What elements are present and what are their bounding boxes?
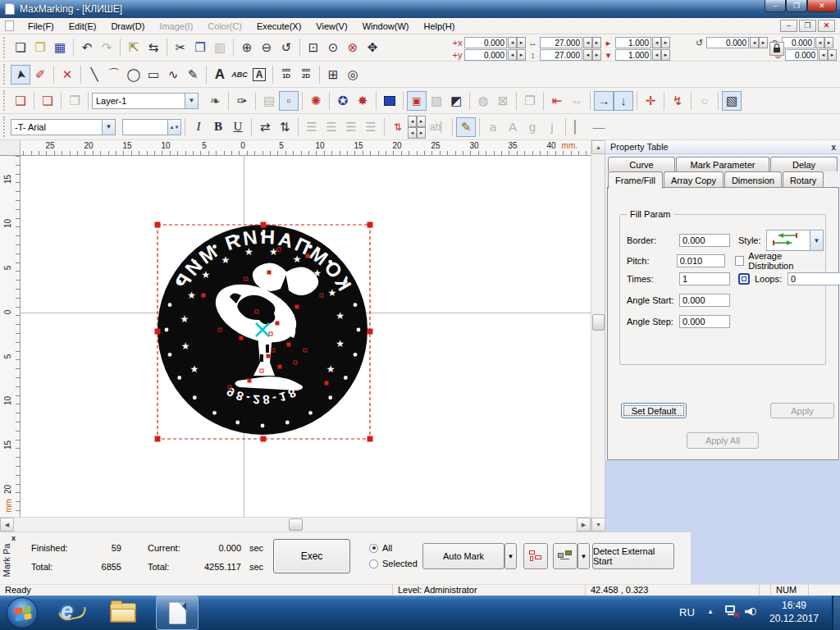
angle-step-field[interactable]: 0.000 [679, 315, 730, 328]
underline-icon[interactable]: U [228, 117, 248, 137]
mark-panel-close-icon[interactable]: x [11, 534, 16, 542]
toolbar-grip[interactable] [3, 64, 8, 84]
property-panel-close-icon[interactable]: x [831, 143, 836, 152]
offset-y-spin-down[interactable]: ◂ [819, 49, 828, 61]
snap-corner-icon[interactable]: ◩ [446, 91, 466, 111]
laser-dot-icon[interactable]: ✺ [306, 91, 326, 111]
delete-layer-icon[interactable]: ❏ [38, 91, 57, 111]
spline-tool-icon[interactable]: ∿ [163, 65, 183, 84]
frame-select-icon[interactable]: ▫ [279, 91, 299, 111]
height-field[interactable]: 27.000 [540, 49, 582, 61]
tab-dimension[interactable]: Dimension [724, 171, 782, 188]
menu-window[interactable]: Window(W) [355, 20, 417, 33]
mdi-restore-button[interactable]: ❐ [799, 20, 816, 32]
doc-swap-icon[interactable]: ⇆ [144, 38, 163, 57]
tab-curve[interactable]: Curve [608, 157, 675, 171]
radio-all[interactable]: All [369, 543, 392, 553]
scroll-left-button[interactable]: ◀ [0, 518, 14, 532]
nudge-left-bottom[interactable]: ◂ [408, 127, 417, 139]
pos-x-spin-down[interactable]: ◂ [508, 37, 517, 48]
delete-node-tool-icon[interactable]: ✕ [57, 65, 77, 84]
node-edit-tool-icon[interactable]: ✐ [30, 65, 50, 84]
exec-button[interactable]: Exec [273, 539, 350, 573]
scroll-right-button[interactable]: ▶ [577, 518, 591, 532]
bold-icon[interactable]: B [208, 117, 228, 137]
tab-array-copy[interactable]: Array Copy [664, 171, 724, 188]
char-space-icon[interactable]: ⇅ [388, 117, 408, 137]
drawing-canvas[interactable]: КОМПАНИЯ МИР 98-28-18 ★★★★★★★★★★★★★★ [21, 156, 591, 517]
radio-selected-dot[interactable] [369, 559, 378, 568]
network-tray-icon[interactable]: ✕ [724, 605, 737, 618]
scale-y-spin-down[interactable]: ◂ [652, 49, 661, 61]
menu-help[interactable]: Help(H) [416, 20, 462, 33]
maximize-button[interactable]: ❐ [786, 0, 807, 12]
font-dropdown-button[interactable]: ▼ [102, 120, 115, 135]
zoom-window-icon[interactable]: ⊡ [304, 38, 323, 57]
zoom-in-icon[interactable]: ⊕ [237, 38, 257, 57]
array-tool-icon[interactable]: ⊞ [323, 65, 343, 84]
lock-ratio-button[interactable] [769, 42, 784, 56]
width-spin-down[interactable]: ◂ [583, 37, 592, 48]
cut-icon[interactable]: ✂ [171, 38, 190, 57]
pitch-field[interactable]: 0.010 [677, 254, 725, 267]
pos-y-field[interactable]: 0.000 [464, 49, 507, 61]
center-target-icon[interactable]: ✛ [641, 91, 660, 111]
vertical-scrollbar[interactable]: ▲ ▼ [591, 140, 605, 532]
line-tool-icon[interactable]: ╲ [84, 65, 104, 84]
offset-y-spin-up[interactable]: ▸ [828, 49, 837, 61]
menu-file[interactable]: File(F) [21, 20, 62, 33]
tab-mark-parameter[interactable]: Mark Parameter [676, 157, 769, 171]
scale-y-spin-up[interactable]: ▸ [661, 49, 670, 61]
rectangle-tool-icon[interactable]: ▭ [144, 65, 163, 84]
stamp-object[interactable]: КОМПАНИЯ МИР 98-28-18 ★★★★★★★★★★★★★★ [131, 197, 402, 468]
import-icon[interactable]: ⇱ [124, 38, 144, 57]
angle-start-field[interactable]: 0.000 [679, 294, 730, 307]
radio-selected[interactable]: Selected [369, 559, 418, 568]
clock[interactable]: 16:49 20.12.2017 [768, 599, 820, 625]
preview-eye-icon[interactable]: ✪ [333, 91, 353, 111]
internet-explorer-icon[interactable]: e [61, 599, 73, 624]
nudge-right-bottom[interactable]: ▸ [417, 127, 426, 139]
tab-delay[interactable]: Delay [770, 157, 838, 171]
scale-y-field[interactable]: 1.000 [615, 49, 651, 61]
barcode-2d-tool-icon[interactable]: 2D [296, 65, 316, 84]
title-bar[interactable]: MaxMarking - [КЛИШЕ] – ❐ ✕ [0, 0, 840, 18]
text-tool-icon[interactable]: A [210, 65, 230, 84]
new-layer-icon[interactable]: ❏ [11, 91, 30, 111]
zoom-all-icon[interactable]: ⊗ [343, 38, 363, 57]
nudge-pad[interactable]: ◂▸◂▸ [408, 116, 429, 139]
layer-combobox[interactable]: Layer-1 ▼ [92, 93, 199, 109]
barcode-1d-tool-icon[interactable]: 1D [276, 65, 296, 84]
width-spin-up[interactable]: ▸ [592, 37, 601, 48]
hatch-fill-icon[interactable]: ❧ [205, 91, 225, 111]
font-size-spinner[interactable]: ▲▼ [122, 119, 181, 135]
hatch-pen-icon[interactable]: ✑ [232, 91, 252, 111]
offset-x-field[interactable]: 0.000 [782, 37, 815, 48]
horizontal-scrollbar[interactable]: ◀ ▶ [0, 517, 591, 532]
scale-x-field[interactable]: 1.000 [615, 37, 651, 48]
tray-expand-icon[interactable]: ▲ [707, 608, 714, 615]
pos-y-spin-down[interactable]: ◂ [508, 49, 517, 61]
explorer-icon[interactable] [110, 603, 136, 623]
scale-x-spin-up[interactable]: ▸ [661, 37, 670, 48]
font-combobox[interactable]: -T- Arial ▼ [11, 119, 116, 135]
undo-icon[interactable]: ↶ [77, 38, 97, 57]
pos-x-field[interactable]: 0.000 [464, 37, 507, 48]
arc-tool-icon[interactable]: ⌒ [104, 65, 124, 84]
scroll-down-button[interactable]: ▼ [591, 518, 605, 532]
border-field[interactable]: 0.000 [679, 234, 730, 247]
new-file-icon[interactable]: ❏ [11, 38, 30, 57]
offset-y-field[interactable]: 0.000 [785, 49, 818, 61]
toolbar-grip[interactable] [3, 116, 8, 137]
rotate-spin-down[interactable]: ◂ [750, 37, 759, 48]
width-field[interactable]: 27.000 [540, 37, 582, 48]
zoom-previous-icon[interactable]: ↺ [276, 38, 296, 57]
copy-icon[interactable]: ❐ [190, 38, 210, 57]
loops-field[interactable]: 0 [788, 272, 840, 285]
auto-mark-button[interactable]: Auto Mark [422, 543, 504, 569]
horizontal-scroll-thumb[interactable] [289, 518, 303, 531]
laser-mark-icon[interactable]: ✸ [353, 91, 372, 111]
frame-text-tool-icon[interactable]: A [249, 65, 269, 84]
menu-draw[interactable]: Draw(D) [103, 20, 152, 33]
pen-tool-icon[interactable]: ✎ [183, 65, 203, 84]
